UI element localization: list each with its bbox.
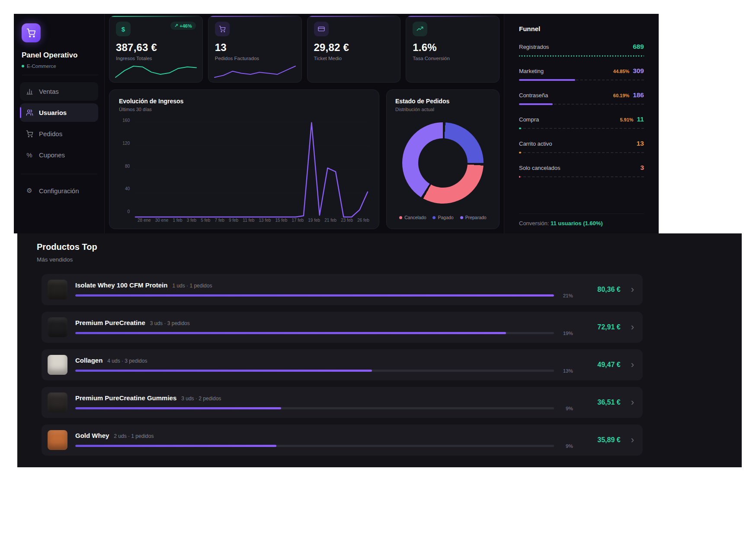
sidebar-item-cupones[interactable]: % Cupones (20, 146, 98, 164)
top-products-panel: Productos Top Más vendidos Isolate Whey … (17, 233, 742, 467)
funnel-row-marketing: Marketing 44.85%309 (519, 67, 644, 81)
cart-icon (215, 22, 230, 36)
product-share-bar (75, 332, 554, 334)
funnel-bar (519, 128, 644, 130)
kpi-card-ingresos-totales: $ ↗+46% 387,63 € Ingresos Totales (109, 16, 203, 83)
kpi-value: 1.6% (413, 41, 493, 54)
product-name: Isolate Whey 100 CFM Protein (75, 281, 167, 289)
product-price: 80,36 € (581, 286, 621, 294)
users-icon (25, 109, 34, 116)
product-share-bar (75, 445, 554, 447)
product-name: Gold Whey (75, 432, 109, 439)
kpi-value: 13 (215, 41, 295, 54)
sidebar: Panel Operativo E-Commerce Ventas Usuari… (14, 14, 105, 233)
sidebar-nav: Ventas Usuarios Pedidos % Cupones ⚙ C (20, 82, 98, 203)
product-share-pct: 13% (559, 368, 573, 373)
product-meta: 1 uds · 1 pedidos (172, 283, 212, 289)
app-title: Panel Operativo (22, 51, 98, 60)
kpi-card-ticket-medio: 29,82 € Ticket Medio (307, 16, 401, 83)
gear-icon: ⚙ (25, 187, 34, 195)
dashboard: Panel Operativo E-Commerce Ventas Usuari… (14, 14, 659, 233)
cart-icon (25, 130, 34, 137)
cart-icon (26, 28, 36, 38)
kpi-value: 29,82 € (314, 41, 394, 54)
product-thumbnail (48, 355, 67, 375)
sidebar-item-label: Cupones (39, 151, 65, 159)
donut-legend: Cancelado Pagado Preparado (399, 215, 486, 220)
sidebar-item-pedidos[interactable]: Pedidos (20, 124, 98, 143)
donut-chart (402, 122, 484, 204)
sidebar-item-label: Pedidos (39, 130, 62, 137)
kpi-label: Ingresos Totales (116, 56, 196, 61)
funnel-row-compra: Compra 5.91%11 (519, 115, 644, 130)
product-row[interactable]: Gold Whey 2 uds · 1 pedidos 9% 35,89 € › (42, 424, 643, 456)
funnel-row-carrito-activo: Carrito activo 13 (519, 140, 644, 154)
kpi-value: 387,63 € (116, 41, 196, 54)
funnel-row-solo-cancelados: Solo cancelados 3 (519, 164, 644, 178)
order-status-card: Estado de Pedidos Distribución actual Ca… (386, 89, 500, 229)
chart-title: Evolución de Ingresos (119, 98, 183, 105)
legend-item-preparado: Preparado (460, 215, 487, 220)
chevron-right-icon: › (631, 398, 634, 407)
nav-divider (21, 174, 97, 174)
evolution-line-chart (134, 118, 369, 214)
status-dot (22, 65, 24, 67)
product-row[interactable]: Isolate Whey 100 CFM Protein 1 uds · 1 p… (42, 274, 643, 305)
funnel-bar (519, 103, 644, 105)
app-subtitle-label: E-Commerce (27, 64, 56, 69)
arrow-up-right-icon: ↗ (174, 23, 178, 29)
kpi-label: Ticket Medio (314, 56, 394, 61)
product-name: Premium PureCreatine (75, 319, 145, 326)
product-row[interactable]: Collagen 4 uds · 3 pedidos 13% 49,47 € › (42, 349, 643, 380)
product-thumbnail (48, 430, 67, 450)
chart-subtitle: Últimos 30 días (119, 107, 152, 112)
product-meta: 2 uds · 1 pedidos (114, 433, 154, 439)
chevron-right-icon: › (631, 360, 634, 370)
bar-chart-icon (25, 88, 34, 95)
funnel-bar (519, 55, 644, 57)
kpi-label: Tasa Conversión (413, 56, 493, 61)
sparkline (214, 65, 296, 79)
conversion-summary: Conversión: 11 usuarios (1.60%) (519, 214, 644, 227)
chevron-right-icon: › (631, 285, 634, 294)
sidebar-item-configuracion[interactable]: ⚙ Configuración (20, 181, 98, 200)
funnel-panel: Funnel Registrados 689 Marketing 44.85%3… (504, 14, 659, 233)
trend-badge: ↗+46% (170, 22, 196, 30)
kpi-label: Pedidos Facturados (215, 56, 295, 61)
sidebar-item-label: Ventas (39, 88, 59, 95)
app-subtitle: E-Commerce (22, 64, 98, 75)
product-thumbnail (48, 392, 67, 412)
product-row[interactable]: Premium PureCreatine Gummies 3 uds · 2 p… (42, 387, 643, 418)
page: Panel Operativo E-Commerce Ventas Usuari… (0, 0, 756, 536)
credit-card-icon (314, 22, 329, 36)
product-row[interactable]: Premium PureCreatine 3 uds · 3 pedidos 1… (42, 312, 643, 343)
product-thumbnail (48, 280, 67, 300)
sidebar-item-ventas[interactable]: Ventas (20, 82, 98, 101)
product-meta: 4 uds · 3 pedidos (107, 358, 147, 364)
kpi-card-pedidos-facturados: 13 Pedidos Facturados (208, 16, 302, 83)
sidebar-item-label: Usuarios (39, 109, 67, 116)
sidebar-item-usuarios[interactable]: Usuarios (20, 103, 98, 122)
product-share-bar (75, 370, 554, 372)
product-share-pct: 21% (559, 293, 573, 298)
product-price: 35,89 € (581, 436, 621, 444)
chevron-right-icon: › (631, 435, 634, 445)
chart-subtitle: Distribución actual (395, 107, 434, 112)
funnel-row-registrados: Registrados 689 (519, 43, 644, 57)
product-price: 36,51 € (581, 399, 621, 406)
legend-item-cancelado: Cancelado (399, 215, 426, 220)
product-share-bar (75, 294, 554, 297)
app-logo (22, 23, 41, 42)
funnel-bar (519, 176, 644, 178)
kpi-row: $ ↗+46% 387,63 € Ingresos Totales 13 Ped… (109, 16, 500, 83)
product-name: Premium PureCreatine Gummies (75, 394, 176, 402)
charts-row: Evolución de Ingresos Últimos 30 días 16… (109, 89, 500, 229)
product-meta: 3 uds · 3 pedidos (150, 320, 190, 326)
y-axis-labels: 16012080400 (119, 118, 134, 214)
product-thumbnail (48, 317, 67, 337)
products-list: Isolate Whey 100 CFM Protein 1 uds · 1 p… (42, 274, 643, 456)
kpi-card-tasa-conversion: 1.6% Tasa Conversión (406, 16, 500, 83)
funnel-bar (519, 79, 644, 81)
evolution-card: Evolución de Ingresos Últimos 30 días 16… (109, 89, 379, 229)
trend-up-icon (413, 22, 427, 36)
